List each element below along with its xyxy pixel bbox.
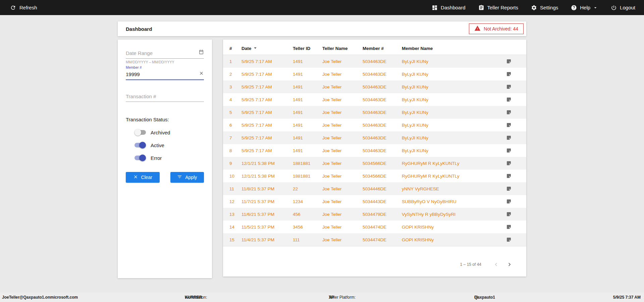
note-icon[interactable] — [506, 59, 512, 64]
cell-member-number: 5034463DE — [363, 97, 402, 102]
table-row[interactable]: 1111/8/21 5:37 PM22Joe Teller5034446DEyN… — [223, 182, 526, 195]
table-row[interactable]: 25/9/25 7:17 AM1491Joe Teller5034463DEBy… — [223, 68, 526, 80]
refresh-button[interactable]: Refresh — [10, 5, 37, 11]
nav-teller-reports[interactable]: Teller Reports — [478, 5, 519, 11]
workstation-value: KURRER — [185, 293, 202, 302]
note-icon[interactable] — [506, 97, 512, 102]
note-icon[interactable] — [506, 173, 512, 179]
note-icon[interactable] — [506, 237, 512, 242]
cell-teller-id: 22 — [293, 186, 322, 191]
next-page-icon[interactable] — [506, 261, 513, 268]
table-row[interactable]: 85/9/25 7:17 AM1491Joe Teller5034463DEBy… — [223, 144, 526, 157]
table-row[interactable]: 35/9/25 7:17 AM1491Joe Teller5034463DEBy… — [223, 80, 526, 93]
table-row[interactable]: 912/1/21 5:38 PM1881881Joe Teller5034566… — [223, 157, 526, 170]
archived-toggle[interactable] — [135, 130, 146, 135]
cell-date: 11/7/21 5:37 PM — [241, 199, 293, 204]
note-icon[interactable] — [506, 71, 512, 77]
table-row[interactable]: 1311/6/21 5:37 PM456Joe Teller5034479DEV… — [223, 208, 526, 221]
top-navbar: Refresh Dashboard Teller Reports Setting… — [0, 0, 644, 15]
table-row[interactable]: 1511/4/21 5:37 PM111Joe Teller5034474DEG… — [223, 233, 526, 246]
cell-teller-id: 1491 — [293, 59, 322, 64]
refresh-icon — [10, 5, 16, 11]
nav-help[interactable]: Help — [571, 5, 598, 11]
cell-teller-id: 1491 — [293, 84, 322, 89]
note-icon[interactable] — [506, 148, 512, 153]
previous-page-icon[interactable] — [493, 261, 499, 268]
table-header: # Date Teller ID Teller Name Member # Me… — [223, 42, 526, 55]
cell-member-name: RyGHURyM R KyLyKUNTLy — [402, 161, 506, 166]
status-toggles: Archived Active Error — [135, 128, 204, 162]
table-row[interactable]: 65/9/25 7:17 AM1491Joe Teller5034463DEBy… — [223, 119, 526, 131]
table-row[interactable]: 15/9/25 7:17 AM1491Joe Teller5034463DEBy… — [223, 55, 526, 68]
sort-descending-icon — [252, 45, 258, 52]
column-header-teller-id[interactable]: Teller ID — [293, 46, 322, 51]
column-header-member-number[interactable]: Member # — [363, 46, 402, 51]
note-icon[interactable] — [506, 224, 512, 230]
cell-teller-id: 111 — [293, 237, 322, 242]
clear-button[interactable]: Clear — [126, 172, 160, 183]
cell-teller-id: 1881881 — [293, 161, 322, 166]
table-row[interactable]: 55/9/25 7:17 AM1491Joe Teller5034463DEBy… — [223, 106, 526, 119]
cell-date: 5/9/25 7:17 AM — [241, 148, 293, 153]
note-icon[interactable] — [506, 199, 512, 204]
calendar-icon[interactable] — [199, 49, 204, 56]
nav-dashboard[interactable]: Dashboard — [432, 5, 465, 11]
column-header-teller-name[interactable]: Teller Name — [322, 46, 363, 51]
transactions-table: # Date Teller ID Teller Name Member # Me… — [223, 40, 526, 277]
toggle-row-archived: Archived — [135, 128, 204, 136]
column-header-member-name[interactable]: Member Name — [402, 46, 506, 51]
table-row[interactable]: 45/9/25 7:17 AM1491Joe Teller5034463DEBy… — [223, 93, 526, 106]
nav-settings[interactable]: Settings — [531, 5, 558, 11]
active-toggle[interactable] — [135, 143, 146, 147]
cell-date: 11/8/21 5:37 PM — [241, 186, 293, 191]
member-number-field[interactable] — [126, 69, 204, 80]
not-archived-badge[interactable]: Not Archived: 44 — [469, 23, 524, 34]
clear-member-icon[interactable] — [199, 71, 204, 77]
note-icon[interactable] — [506, 161, 512, 166]
reports-icon — [478, 5, 484, 11]
clear-button-label: Clear — [141, 175, 152, 180]
nav-settings-label: Settings — [540, 5, 558, 10]
note-icon[interactable] — [506, 212, 512, 217]
cell-teller-id: 1491 — [293, 97, 322, 102]
note-icon[interactable] — [506, 84, 512, 89]
table-row[interactable]: 1211/7/21 5:37 PM1234Joe Teller5034443DE… — [223, 195, 526, 208]
cell-row-number: 7 — [229, 135, 241, 140]
note-icon[interactable] — [506, 186, 512, 191]
nav-logout[interactable]: Logout — [611, 5, 635, 11]
cell-member-number: 5034463DE — [363, 135, 402, 140]
table-row[interactable]: 1411/5/21 5:37 PM3456Joe Teller5034474DE… — [223, 221, 526, 233]
table-row[interactable]: 1012/1/21 5:38 PM1881881Joe Teller503456… — [223, 170, 526, 182]
cell-member-name: ByLyJI KUNy — [402, 72, 506, 77]
column-label: Member Name — [402, 46, 433, 51]
error-toggle[interactable] — [135, 156, 146, 160]
note-icon[interactable] — [506, 110, 512, 115]
nav-dashboard-label: Dashboard — [441, 5, 465, 10]
column-header-number[interactable]: # — [229, 46, 241, 51]
note-icon[interactable] — [506, 122, 512, 128]
cell-teller-name: Joe Teller — [322, 59, 363, 64]
cell-member-number: 5034463DE — [363, 148, 402, 153]
note-icon[interactable] — [506, 135, 512, 140]
transaction-status-label: Transaction Status: — [126, 117, 204, 122]
cell-member-number: 5034566DE — [363, 161, 402, 166]
cell-teller-name: Joe Teller — [322, 161, 363, 166]
date-range-field[interactable] — [126, 48, 204, 59]
cell-row-number: 8 — [229, 148, 241, 153]
page-header: Dashboard Not Archived: 44 — [118, 21, 526, 36]
cell-teller-id: 1491 — [293, 110, 322, 115]
cell-row-number: 2 — [229, 72, 241, 77]
transaction-number-input[interactable] — [126, 92, 204, 102]
table-row[interactable]: 75/9/25 7:17 AM1491Joe Teller5034463DEBy… — [223, 131, 526, 144]
apply-button-label: Apply — [185, 175, 197, 180]
member-number-label: Member # — [126, 65, 204, 69]
date-range-input[interactable] — [126, 48, 204, 58]
column-header-date[interactable]: Date — [241, 45, 293, 52]
toggle-knob — [139, 155, 146, 161]
cell-member-number: 5034474DE — [363, 237, 402, 242]
table-body: 15/9/25 7:17 AM1491Joe Teller5034463DEBy… — [223, 55, 526, 246]
transaction-number-field[interactable] — [126, 92, 204, 102]
cell-member-name: ByLyJI KUNy — [402, 84, 506, 89]
apply-button[interactable]: Apply — [170, 172, 204, 183]
member-number-input[interactable] — [126, 69, 204, 79]
